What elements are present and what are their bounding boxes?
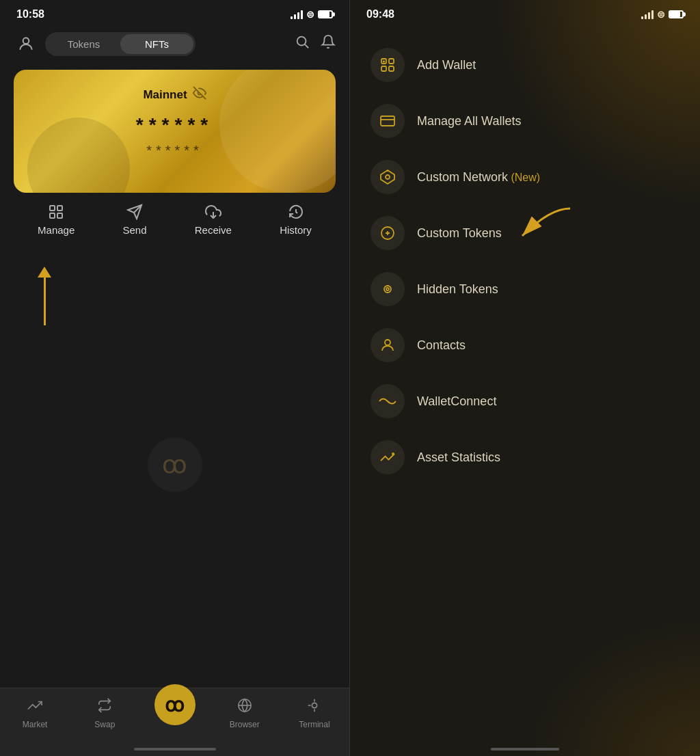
menu-item-wallet-connect[interactable]: WalletConnect xyxy=(371,376,679,427)
battery-icon xyxy=(318,10,333,18)
action-buttons: Manage Send Receive History xyxy=(0,193,349,241)
svg-point-29 xyxy=(384,286,391,293)
nav-right-icons xyxy=(295,34,336,53)
right-phone: 09:48 ⊜ Add WalletManage xyxy=(350,0,700,756)
left-phone: 10:58 ⊜ Tokens NFTs xyxy=(0,0,350,756)
tab-nfts[interactable]: NFTs xyxy=(120,34,193,54)
nav-terminal[interactable]: Terminal xyxy=(280,695,349,729)
signal-icon-right xyxy=(641,10,654,19)
svg-rect-22 xyxy=(381,66,386,71)
status-icons-right: ⊜ xyxy=(641,9,684,20)
svg-point-27 xyxy=(386,175,390,179)
send-button[interactable]: Send xyxy=(123,204,147,236)
time-left: 10:58 xyxy=(16,8,44,21)
nav-browser[interactable]: Browser xyxy=(210,695,280,729)
wifi-icon: ⊜ xyxy=(306,9,314,20)
nav-swap[interactable]: Swap xyxy=(70,695,139,729)
add-wallet-label: Add Wallet xyxy=(417,58,476,72)
market-icon xyxy=(27,698,42,717)
swap-label: Swap xyxy=(94,720,115,729)
nav-center-logo[interactable]: ꝏ xyxy=(139,681,209,725)
battery-icon-right xyxy=(669,10,684,18)
wallet-connect-label: WalletConnect xyxy=(417,394,496,409)
hidden-tokens-label: Hidden Tokens xyxy=(417,282,498,297)
manage-wallets-label: Manage All Wallets xyxy=(417,114,521,129)
card-header: Mainnet xyxy=(30,86,319,103)
top-nav: Tokens NFTs xyxy=(0,26,349,64)
svg-line-2 xyxy=(305,44,308,48)
center-logo-circle: ꝏ xyxy=(154,684,196,725)
empty-logo: ꝏ xyxy=(148,437,202,492)
svg-point-31 xyxy=(385,340,390,345)
logo-symbol: ꝏ xyxy=(162,450,187,479)
card-balance: ****** xyxy=(30,114,319,136)
nav-market[interactable]: Market xyxy=(0,695,70,729)
svg-point-0 xyxy=(23,38,29,44)
contacts-label: Contacts xyxy=(417,338,466,353)
status-icons-left: ⊜ xyxy=(291,9,333,20)
manage-wallets-icon xyxy=(371,104,405,138)
svg-rect-5 xyxy=(57,206,62,211)
tab-tokens[interactable]: Tokens xyxy=(47,34,120,54)
swap-icon xyxy=(97,698,112,717)
asset-statistics-icon xyxy=(371,440,405,474)
nav-tabs: Tokens NFTs xyxy=(45,32,196,56)
manage-arrow xyxy=(38,267,51,325)
terminal-icon xyxy=(307,698,322,717)
custom-tokens-icon xyxy=(371,216,405,250)
svg-point-1 xyxy=(297,37,306,46)
svg-point-15 xyxy=(312,703,317,707)
wallet-connect-icon xyxy=(371,384,405,418)
time-right: 09:48 xyxy=(366,8,394,21)
empty-state: ꝏ xyxy=(0,241,349,756)
svg-marker-26 xyxy=(381,170,394,184)
history-label: History xyxy=(280,224,312,236)
eye-icon[interactable] xyxy=(193,86,206,103)
bell-icon[interactable] xyxy=(321,34,336,53)
asset-statistics-label: Asset Statistics xyxy=(417,450,500,465)
browser-label: Browser xyxy=(230,720,260,729)
search-icon[interactable] xyxy=(295,34,310,53)
menu-item-asset-statistics[interactable]: Asset Statistics xyxy=(371,432,679,483)
manage-button[interactable]: Manage xyxy=(38,204,75,236)
add-wallet-icon xyxy=(371,48,405,82)
send-label: Send xyxy=(123,224,147,236)
custom-network-badge: (New) xyxy=(508,172,540,183)
status-bar-right: 09:48 ⊜ xyxy=(350,0,700,26)
menu-item-hidden-tokens[interactable]: Hidden Tokens xyxy=(371,264,679,314)
bottom-nav: Market Swap ꝏ xyxy=(0,688,349,756)
market-label: Market xyxy=(23,720,48,729)
svg-rect-21 xyxy=(389,59,394,64)
history-button[interactable]: History xyxy=(280,204,312,236)
svg-point-32 xyxy=(392,453,394,455)
custom-network-icon xyxy=(371,160,405,194)
menu-item-add-wallet[interactable]: Add Wallet xyxy=(371,40,679,90)
manage-label: Manage xyxy=(38,224,75,236)
custom-network-label: Custom Network (New) xyxy=(417,170,540,185)
svg-rect-4 xyxy=(50,206,55,211)
receive-label: Receive xyxy=(195,224,232,236)
wallet-card: Mainnet ****** ****** xyxy=(14,70,336,193)
menu-item-manage-wallets[interactable]: Manage All Wallets xyxy=(371,96,679,146)
card-address: ****** xyxy=(30,143,319,159)
wifi-icon-right: ⊜ xyxy=(657,9,665,20)
svg-rect-6 xyxy=(50,213,55,218)
signal-icon xyxy=(291,10,303,19)
svg-rect-23 xyxy=(389,66,394,71)
avatar-icon[interactable] xyxy=(14,31,38,56)
terminal-label: Terminal xyxy=(299,720,329,729)
menu-item-custom-network[interactable]: Custom Network (New) xyxy=(371,152,679,202)
home-indicator-left xyxy=(134,748,216,751)
receive-button[interactable]: Receive xyxy=(195,204,232,236)
network-label: Mainnet xyxy=(143,88,187,102)
hidden-tokens-icon xyxy=(371,272,405,306)
manage-wallets-arrow xyxy=(515,202,577,252)
svg-rect-7 xyxy=(57,213,62,218)
svg-point-30 xyxy=(386,288,389,291)
menu-list: Add WalletManage All WalletsCustom Netwo… xyxy=(350,26,700,756)
contacts-icon xyxy=(371,328,405,362)
browser-icon xyxy=(237,698,252,717)
custom-tokens-label: Custom Tokens xyxy=(417,226,502,241)
menu-item-contacts[interactable]: Contacts xyxy=(371,320,679,370)
status-bar-left: 10:58 ⊜ xyxy=(0,0,349,26)
